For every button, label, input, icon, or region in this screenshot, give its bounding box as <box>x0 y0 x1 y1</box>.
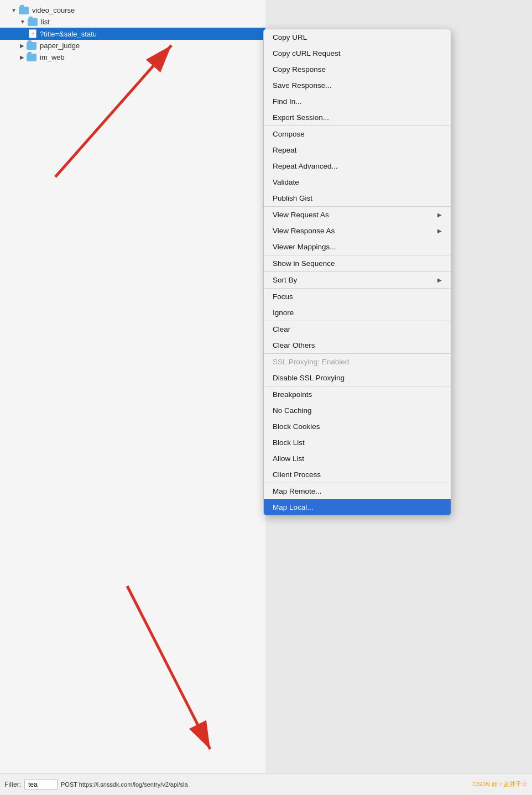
menu-section-debug: Breakpoints No Caching Block Cookies Blo… <box>264 386 451 483</box>
menu-item-view-response-as[interactable]: View Response As ▶ <box>264 223 451 239</box>
menu-item-sort-by[interactable]: Sort By ▶ <box>264 272 451 288</box>
submenu-arrow-icon: ▶ <box>437 212 442 218</box>
menu-item-publish-gist[interactable]: Publish Gist <box>264 190 451 206</box>
expand-arrow: ▶ <box>20 54 24 60</box>
filter-input[interactable] <box>24 779 58 790</box>
menu-item-client-process[interactable]: Client Process <box>264 467 451 483</box>
csdn-badge: CSDN @☆蓝胖子☆ <box>473 780 528 788</box>
menu-item-focus[interactable]: Focus <box>264 289 451 305</box>
filter-label: Filter: <box>4 781 21 788</box>
menu-item-viewer-mappings[interactable]: Viewer Mappings... <box>264 239 451 255</box>
bottom-url: POST https://i.snssdk.com/log/sentry/v2/… <box>61 781 470 788</box>
menu-section-map: Map Remote... Map Local... <box>264 483 451 515</box>
menu-section-clear: Clear Clear Others <box>264 321 451 354</box>
menu-item-map-remote[interactable]: Map Remote... <box>264 483 451 499</box>
tree-item-label: im_web <box>40 53 65 61</box>
menu-section-ssl: SSL Proxying: Enabled Disable SSL Proxyi… <box>264 354 451 386</box>
expand-arrow: ▼ <box>11 7 17 13</box>
context-menu: Copy URL Copy cURL Request Copy Response… <box>263 29 451 516</box>
menu-item-block-cookies[interactable]: Block Cookies <box>264 419 451 435</box>
tree-item-request[interactable]: ? ?title=&sale_statu <box>0 28 265 40</box>
menu-item-repeat[interactable]: Repeat <box>264 142 451 158</box>
menu-section-view: View Request As ▶ View Response As ▶ Vie… <box>264 207 451 255</box>
menu-item-no-caching[interactable]: No Caching <box>264 402 451 419</box>
submenu-arrow-icon: ▶ <box>437 228 442 234</box>
bottom-bar: Filter: POST https://i.snssdk.com/log/se… <box>0 773 532 795</box>
menu-item-clear[interactable]: Clear <box>264 321 451 337</box>
tree-item-label: list <box>41 18 50 26</box>
menu-item-allow-list[interactable]: Allow List <box>264 451 451 467</box>
menu-item-copy-url[interactable]: Copy URL <box>264 29 451 45</box>
menu-section-compose: Compose Repeat Repeat Advanced... Valida… <box>264 126 451 207</box>
menu-item-clear-others[interactable]: Clear Others <box>264 337 451 353</box>
menu-section-focus: Focus Ignore <box>264 289 451 321</box>
folder-icon <box>28 18 38 26</box>
folder-icon <box>27 54 36 61</box>
submenu-arrow-icon: ▶ <box>437 277 442 283</box>
menu-item-copy-curl[interactable]: Copy cURL Request <box>264 45 451 61</box>
menu-item-compose[interactable]: Compose <box>264 126 451 142</box>
menu-item-breakpoints[interactable]: Breakpoints <box>264 386 451 402</box>
menu-item-repeat-advanced[interactable]: Repeat Advanced... <box>264 158 451 174</box>
folder-icon <box>19 7 29 14</box>
menu-item-map-local[interactable]: Map Local... <box>264 499 451 515</box>
menu-item-view-request-as[interactable]: View Request As ▶ <box>264 207 451 223</box>
expand-arrow: ▼ <box>20 19 25 25</box>
tree-item-label: ?title=&sale_statu <box>40 30 97 38</box>
tree-item-im-web[interactable]: ▶ im_web <box>0 51 265 63</box>
menu-item-ignore[interactable]: Ignore <box>264 305 451 321</box>
menu-item-show-in-sequence[interactable]: Show in Sequence <box>264 255 451 271</box>
tree-item-paper-judge[interactable]: ▶ paper_judge <box>0 40 265 51</box>
menu-section-copy: Copy URL Copy cURL Request Copy Response… <box>264 29 451 126</box>
file-tree: ▼ video_course ▼ list ? ?title=&sale_sta… <box>0 0 265 67</box>
menu-item-ssl-proxying-enabled: SSL Proxying: Enabled <box>264 354 451 370</box>
menu-section-sequence: Show in Sequence <box>264 255 451 272</box>
menu-item-validate[interactable]: Validate <box>264 174 451 190</box>
tree-item-video-course[interactable]: ▼ video_course <box>0 4 265 16</box>
file-tree-panel <box>0 0 265 795</box>
menu-item-export-session[interactable]: Export Session... <box>264 109 451 125</box>
file-icon: ? <box>29 29 36 38</box>
tree-item-label: paper_judge <box>40 41 80 50</box>
expand-arrow: ▶ <box>20 43 24 49</box>
menu-item-save-response[interactable]: Save Response... <box>264 77 451 93</box>
menu-item-find-in[interactable]: Find In... <box>264 93 451 109</box>
menu-item-disable-ssl-proxying[interactable]: Disable SSL Proxying <box>264 370 451 386</box>
menu-section-sort: Sort By ▶ <box>264 272 451 289</box>
tree-item-list[interactable]: ▼ list <box>0 16 265 28</box>
tree-item-label: video_course <box>32 6 75 14</box>
menu-item-block-list[interactable]: Block List <box>264 435 451 451</box>
menu-item-copy-response[interactable]: Copy Response <box>264 61 451 77</box>
folder-icon <box>27 42 36 50</box>
